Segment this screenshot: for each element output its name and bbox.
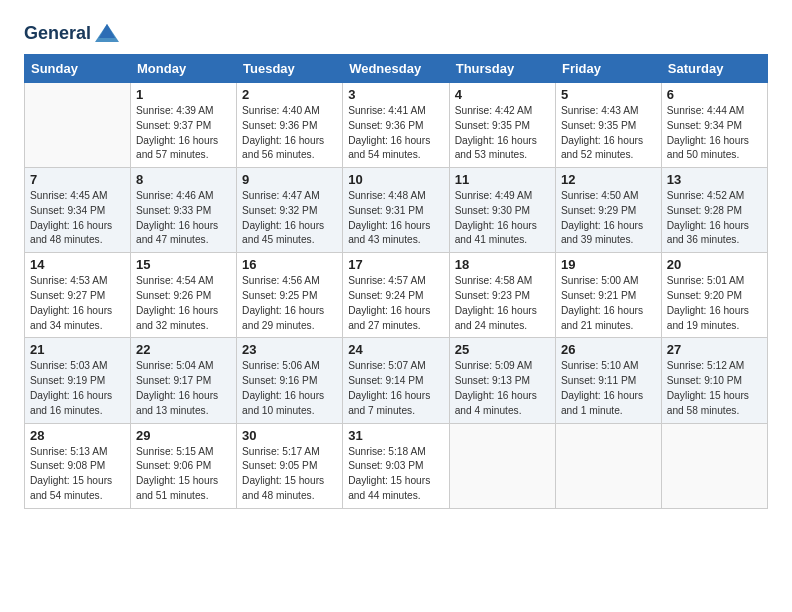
day-number: 26 (561, 342, 656, 357)
day-number: 1 (136, 87, 231, 102)
calendar-cell: 24Sunrise: 5:07 AM Sunset: 9:14 PM Dayli… (343, 338, 450, 423)
day-info: Sunrise: 4:40 AM Sunset: 9:36 PM Dayligh… (242, 104, 337, 163)
calendar-cell (449, 423, 555, 508)
day-number: 30 (242, 428, 337, 443)
day-number: 24 (348, 342, 444, 357)
day-number: 28 (30, 428, 125, 443)
day-number: 15 (136, 257, 231, 272)
weekday-header-wednesday: Wednesday (343, 55, 450, 83)
day-info: Sunrise: 4:57 AM Sunset: 9:24 PM Dayligh… (348, 274, 444, 333)
calendar-cell: 6Sunrise: 4:44 AM Sunset: 9:34 PM Daylig… (661, 83, 767, 168)
calendar-cell: 12Sunrise: 4:50 AM Sunset: 9:29 PM Dayli… (555, 168, 661, 253)
day-info: Sunrise: 4:43 AM Sunset: 9:35 PM Dayligh… (561, 104, 656, 163)
calendar-cell: 11Sunrise: 4:49 AM Sunset: 9:30 PM Dayli… (449, 168, 555, 253)
calendar-cell: 27Sunrise: 5:12 AM Sunset: 9:10 PM Dayli… (661, 338, 767, 423)
calendar-cell (555, 423, 661, 508)
calendar-cell: 8Sunrise: 4:46 AM Sunset: 9:33 PM Daylig… (131, 168, 237, 253)
day-info: Sunrise: 5:12 AM Sunset: 9:10 PM Dayligh… (667, 359, 762, 418)
weekday-header-tuesday: Tuesday (237, 55, 343, 83)
calendar-cell (661, 423, 767, 508)
day-info: Sunrise: 4:42 AM Sunset: 9:35 PM Dayligh… (455, 104, 550, 163)
calendar-week-row: 28Sunrise: 5:13 AM Sunset: 9:08 PM Dayli… (25, 423, 768, 508)
day-number: 2 (242, 87, 337, 102)
calendar-header-row: SundayMondayTuesdayWednesdayThursdayFrid… (25, 55, 768, 83)
calendar-cell: 3Sunrise: 4:41 AM Sunset: 9:36 PM Daylig… (343, 83, 450, 168)
weekday-header-monday: Monday (131, 55, 237, 83)
day-info: Sunrise: 4:44 AM Sunset: 9:34 PM Dayligh… (667, 104, 762, 163)
day-info: Sunrise: 4:47 AM Sunset: 9:32 PM Dayligh… (242, 189, 337, 248)
day-info: Sunrise: 4:56 AM Sunset: 9:25 PM Dayligh… (242, 274, 337, 333)
weekday-header-thursday: Thursday (449, 55, 555, 83)
page-header: General (24, 20, 768, 48)
svg-marker-1 (99, 24, 115, 38)
calendar-cell: 13Sunrise: 4:52 AM Sunset: 9:28 PM Dayli… (661, 168, 767, 253)
day-info: Sunrise: 4:53 AM Sunset: 9:27 PM Dayligh… (30, 274, 125, 333)
day-number: 27 (667, 342, 762, 357)
day-info: Sunrise: 5:04 AM Sunset: 9:17 PM Dayligh… (136, 359, 231, 418)
day-info: Sunrise: 5:15 AM Sunset: 9:06 PM Dayligh… (136, 445, 231, 504)
day-number: 13 (667, 172, 762, 187)
weekday-header-sunday: Sunday (25, 55, 131, 83)
day-info: Sunrise: 4:45 AM Sunset: 9:34 PM Dayligh… (30, 189, 125, 248)
calendar-cell: 14Sunrise: 4:53 AM Sunset: 9:27 PM Dayli… (25, 253, 131, 338)
calendar-cell: 28Sunrise: 5:13 AM Sunset: 9:08 PM Dayli… (25, 423, 131, 508)
day-info: Sunrise: 4:52 AM Sunset: 9:28 PM Dayligh… (667, 189, 762, 248)
day-number: 19 (561, 257, 656, 272)
day-number: 18 (455, 257, 550, 272)
day-number: 10 (348, 172, 444, 187)
day-info: Sunrise: 5:18 AM Sunset: 9:03 PM Dayligh… (348, 445, 444, 504)
day-info: Sunrise: 5:10 AM Sunset: 9:11 PM Dayligh… (561, 359, 656, 418)
calendar-cell: 1Sunrise: 4:39 AM Sunset: 9:37 PM Daylig… (131, 83, 237, 168)
weekday-header-friday: Friday (555, 55, 661, 83)
day-number: 6 (667, 87, 762, 102)
calendar-cell: 26Sunrise: 5:10 AM Sunset: 9:11 PM Dayli… (555, 338, 661, 423)
calendar-cell: 19Sunrise: 5:00 AM Sunset: 9:21 PM Dayli… (555, 253, 661, 338)
day-number: 23 (242, 342, 337, 357)
calendar-cell: 15Sunrise: 4:54 AM Sunset: 9:26 PM Dayli… (131, 253, 237, 338)
calendar-cell: 17Sunrise: 4:57 AM Sunset: 9:24 PM Dayli… (343, 253, 450, 338)
day-number: 25 (455, 342, 550, 357)
weekday-header-saturday: Saturday (661, 55, 767, 83)
day-number: 22 (136, 342, 231, 357)
day-number: 12 (561, 172, 656, 187)
day-info: Sunrise: 4:54 AM Sunset: 9:26 PM Dayligh… (136, 274, 231, 333)
day-info: Sunrise: 4:39 AM Sunset: 9:37 PM Dayligh… (136, 104, 231, 163)
day-number: 17 (348, 257, 444, 272)
day-number: 7 (30, 172, 125, 187)
day-number: 20 (667, 257, 762, 272)
day-info: Sunrise: 4:49 AM Sunset: 9:30 PM Dayligh… (455, 189, 550, 248)
calendar-cell: 20Sunrise: 5:01 AM Sunset: 9:20 PM Dayli… (661, 253, 767, 338)
day-number: 9 (242, 172, 337, 187)
calendar-cell: 23Sunrise: 5:06 AM Sunset: 9:16 PM Dayli… (237, 338, 343, 423)
day-info: Sunrise: 4:48 AM Sunset: 9:31 PM Dayligh… (348, 189, 444, 248)
calendar-week-row: 1Sunrise: 4:39 AM Sunset: 9:37 PM Daylig… (25, 83, 768, 168)
calendar-cell: 30Sunrise: 5:17 AM Sunset: 9:05 PM Dayli… (237, 423, 343, 508)
calendar-cell: 4Sunrise: 4:42 AM Sunset: 9:35 PM Daylig… (449, 83, 555, 168)
calendar-cell: 16Sunrise: 4:56 AM Sunset: 9:25 PM Dayli… (237, 253, 343, 338)
logo: General (24, 20, 121, 48)
day-number: 16 (242, 257, 337, 272)
calendar-week-row: 14Sunrise: 4:53 AM Sunset: 9:27 PM Dayli… (25, 253, 768, 338)
day-info: Sunrise: 5:03 AM Sunset: 9:19 PM Dayligh… (30, 359, 125, 418)
calendar-week-row: 7Sunrise: 4:45 AM Sunset: 9:34 PM Daylig… (25, 168, 768, 253)
day-number: 21 (30, 342, 125, 357)
day-number: 29 (136, 428, 231, 443)
day-number: 8 (136, 172, 231, 187)
calendar-cell: 29Sunrise: 5:15 AM Sunset: 9:06 PM Dayli… (131, 423, 237, 508)
calendar-cell: 5Sunrise: 4:43 AM Sunset: 9:35 PM Daylig… (555, 83, 661, 168)
day-info: Sunrise: 5:17 AM Sunset: 9:05 PM Dayligh… (242, 445, 337, 504)
day-info: Sunrise: 5:00 AM Sunset: 9:21 PM Dayligh… (561, 274, 656, 333)
calendar-cell: 9Sunrise: 4:47 AM Sunset: 9:32 PM Daylig… (237, 168, 343, 253)
day-number: 3 (348, 87, 444, 102)
calendar-week-row: 21Sunrise: 5:03 AM Sunset: 9:19 PM Dayli… (25, 338, 768, 423)
day-info: Sunrise: 5:09 AM Sunset: 9:13 PM Dayligh… (455, 359, 550, 418)
calendar-table: SundayMondayTuesdayWednesdayThursdayFrid… (24, 54, 768, 509)
calendar-cell (25, 83, 131, 168)
day-number: 14 (30, 257, 125, 272)
day-number: 11 (455, 172, 550, 187)
calendar-cell: 7Sunrise: 4:45 AM Sunset: 9:34 PM Daylig… (25, 168, 131, 253)
calendar-cell: 10Sunrise: 4:48 AM Sunset: 9:31 PM Dayli… (343, 168, 450, 253)
day-number: 5 (561, 87, 656, 102)
day-info: Sunrise: 4:58 AM Sunset: 9:23 PM Dayligh… (455, 274, 550, 333)
day-info: Sunrise: 5:06 AM Sunset: 9:16 PM Dayligh… (242, 359, 337, 418)
